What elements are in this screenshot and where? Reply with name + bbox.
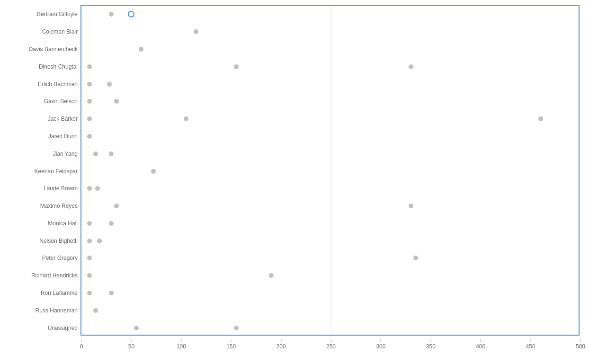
row-label: Ron Laflamme xyxy=(41,290,78,296)
row-label: Unassigned xyxy=(48,325,78,331)
x-tick-label: 500 xyxy=(576,343,585,350)
x-tick-line xyxy=(481,339,481,342)
grid-line xyxy=(331,6,331,335)
data-dot xyxy=(109,12,114,17)
x-tick-label: 50 xyxy=(128,343,134,350)
data-dot xyxy=(93,151,98,156)
data-dot xyxy=(114,99,119,104)
x-tick-label: 150 xyxy=(226,343,236,350)
data-dot xyxy=(194,29,198,34)
row-label: Jian Yang xyxy=(53,151,78,157)
x-tick-label: 0 xyxy=(80,343,83,350)
row-label: Monica Hall xyxy=(48,220,78,227)
x-tick-label: 450 xyxy=(526,343,535,350)
x-tick-line xyxy=(81,339,82,342)
x-tick-line xyxy=(580,339,581,342)
x-tick-line xyxy=(530,339,531,342)
row-label: Jared Dunn xyxy=(48,133,78,140)
row-label: Maximo Reyes xyxy=(40,203,78,209)
row-label: Russ Hanneman xyxy=(36,307,78,314)
data-dot xyxy=(87,273,92,278)
row-label: Laurie Bream xyxy=(44,185,78,192)
x-tick-line xyxy=(430,339,431,342)
data-dot xyxy=(95,186,100,191)
data-dot xyxy=(87,291,92,295)
data-dot xyxy=(109,221,114,226)
data-dot xyxy=(134,326,139,330)
row-label: Bertram Gilfoyle xyxy=(37,11,78,18)
x-tick-label: 400 xyxy=(476,343,485,350)
x-axis: 050100150200250300350400450500 xyxy=(81,339,579,354)
data-dot xyxy=(87,239,92,243)
data-dot xyxy=(87,134,92,139)
data-dot xyxy=(109,151,114,156)
x-tick-line xyxy=(281,339,281,342)
data-dot xyxy=(413,256,418,260)
x-tick-line xyxy=(131,339,132,342)
x-tick-label: 250 xyxy=(326,343,336,350)
x-tick-label: 200 xyxy=(277,343,286,350)
data-dot xyxy=(269,273,274,278)
data-dot xyxy=(409,204,413,208)
data-dot xyxy=(87,221,92,226)
x-tick-label: 350 xyxy=(426,343,436,350)
row-label: Coleman Blair xyxy=(42,28,78,35)
row-label: Nelson Bighetti xyxy=(39,238,78,244)
data-dot xyxy=(184,116,188,121)
data-dot xyxy=(139,47,143,52)
row-label: Erlich Bachman xyxy=(38,81,78,88)
data-dot xyxy=(87,116,92,121)
data-dot xyxy=(87,82,92,87)
data-dot xyxy=(87,256,92,260)
chart-container: Bertram GilfoyleColeman BlairDavis Banne… xyxy=(0,0,589,364)
row-label: Gavin Belson xyxy=(44,98,78,105)
data-dot xyxy=(87,64,92,69)
row-label: Dinesh Chugtai xyxy=(39,63,78,70)
data-dot xyxy=(409,64,413,69)
data-dot xyxy=(107,82,112,87)
data-dot xyxy=(538,116,543,121)
data-dot xyxy=(234,326,239,330)
row-label: Richard Hendricks xyxy=(31,272,78,279)
x-tick-line xyxy=(181,339,181,342)
x-tick-line xyxy=(331,339,331,342)
x-tick-label: 300 xyxy=(376,343,385,350)
data-dot xyxy=(93,308,98,313)
row-label: Peter Gregory xyxy=(42,255,78,261)
x-tick-line xyxy=(231,339,232,342)
x-tick-label: 100 xyxy=(177,343,186,350)
data-dot xyxy=(87,186,92,191)
data-dot xyxy=(97,239,102,243)
data-dot xyxy=(114,204,119,208)
data-dot xyxy=(128,11,134,18)
x-tick-line xyxy=(381,339,381,342)
data-dot xyxy=(109,291,114,295)
data-dot xyxy=(234,64,239,69)
row-label: Davis Bannercheck xyxy=(29,46,78,53)
chart-area: Bertram GilfoyleColeman BlairDavis Banne… xyxy=(80,5,580,336)
row-label: Keenan Feldspar xyxy=(35,168,78,175)
row-label: Jack Barker xyxy=(48,115,78,122)
data-dot xyxy=(87,99,92,104)
data-dot xyxy=(151,169,156,174)
